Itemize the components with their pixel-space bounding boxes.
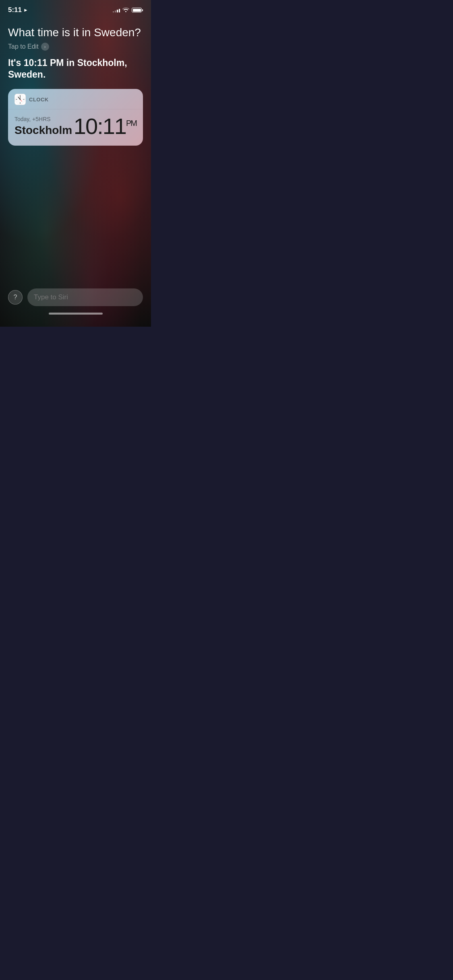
clock-city: Stockholm [14, 124, 72, 137]
siri-query: What time is it in Sweden? [8, 26, 143, 39]
help-button[interactable]: ? [8, 290, 23, 305]
clock-time-value: 10:11 [74, 113, 126, 139]
svg-point-9 [20, 99, 21, 100]
clock-card-body: Today, +5HRS Stockholm 10:11PM [8, 109, 143, 146]
wifi-icon [122, 7, 129, 13]
clock-location-info: Today, +5HRS Stockholm [14, 116, 72, 137]
siri-input-row: ? [8, 288, 143, 306]
status-bar: 5:11 ► [0, 0, 151, 18]
siri-content: What time is it in Sweden? Tap to Edit ›… [0, 18, 151, 154]
clock-app-label: CLOCK [29, 97, 49, 103]
tap-to-edit-label: Tap to Edit [8, 43, 39, 50]
clock-date-offset: Today, +5HRS [14, 116, 72, 122]
tap-to-edit-row[interactable]: Tap to Edit › [8, 43, 143, 51]
clock-card-header: CLOCK [8, 89, 143, 109]
clock-app-icon [14, 94, 26, 105]
time-display: 5:11 [8, 6, 22, 14]
type-to-siri-input[interactable] [27, 288, 143, 306]
clock-card[interactable]: CLOCK Today, +5HRS Stockholm 10:11PM [8, 89, 143, 146]
battery-icon [132, 8, 143, 12]
clock-time-display: 10:11PM [74, 115, 137, 138]
status-time: 5:11 ► [8, 6, 28, 14]
home-indicator [49, 313, 103, 315]
bottom-area: ? [0, 282, 151, 327]
tap-to-edit-chevron: › [41, 43, 49, 51]
location-icon: ► [23, 7, 28, 13]
clock-ampm: PM [126, 119, 137, 128]
status-icons [113, 7, 143, 13]
siri-answer: It's 10:11 PM in Stockholm, Sweden. [8, 57, 143, 81]
signal-icon [113, 8, 120, 12]
